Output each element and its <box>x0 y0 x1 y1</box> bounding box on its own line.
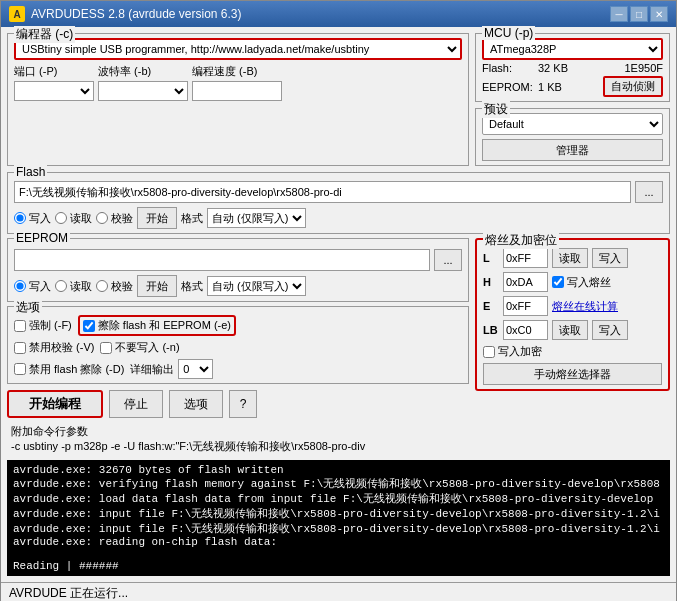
fuse-auto-select-button[interactable]: 手动熔丝选择器 <box>483 363 662 385</box>
eeprom-section-label: EEPROM <box>14 231 70 245</box>
help-button[interactable]: ? <box>229 390 257 418</box>
main-window: A AVRDUDESS 2.8 (avrdude version 6.3) ─ … <box>0 0 677 601</box>
eeprom-format-label: 格式 <box>181 279 203 294</box>
eeprom-browse-button[interactable]: ... <box>434 249 462 271</box>
fuse-lb-label: LB <box>483 324 499 336</box>
flash-read-radio-label[interactable]: 读取 <box>55 211 92 226</box>
eeprom-file-row: ... <box>14 249 462 271</box>
disable-flash-checkbox-label[interactable]: 禁用 flash 擦除 (-D) <box>14 362 124 377</box>
main-content: 编程器 (-c) USBtiny simple USB programmer, … <box>1 27 676 582</box>
programmer-label: 编程器 (-c) <box>14 26 75 43</box>
eeprom-verify-radio-label[interactable]: 校验 <box>96 279 133 294</box>
erase-checkbox-label[interactable]: 擦除 flash 和 EEPROM (-e) <box>78 315 236 336</box>
flash-file-input[interactable] <box>14 181 631 203</box>
no-write-checkbox[interactable] <box>100 342 112 354</box>
flash-section: Flash ... 写入 读取 校验 开始 <box>7 172 670 234</box>
eeprom-write-radio[interactable] <box>14 280 26 292</box>
mcu-select[interactable]: ATmega328P <box>482 38 663 60</box>
fuse-l-write-button[interactable]: 写入 <box>592 248 628 268</box>
flash-read-radio[interactable] <box>55 212 67 224</box>
write-fuse-checkbox-label[interactable]: 写入熔丝 <box>552 275 611 290</box>
manage-button[interactable]: 管理器 <box>482 139 663 161</box>
fuse-lb-read-button[interactable]: 读取 <box>552 320 588 340</box>
flash-format-select[interactable]: 自动 (仅限写入) <box>207 208 306 228</box>
minimize-button[interactable]: ─ <box>610 6 628 22</box>
terminal[interactable]: avrdude.exe: 32670 bytes of flash writte… <box>7 460 670 576</box>
fuse-lb-input[interactable] <box>503 320 548 340</box>
fuse-h-label: H <box>483 276 499 288</box>
title-bar-left: A AVRDUDESS 2.8 (avrdude version 6.3) <box>9 6 242 22</box>
fuse-l-row: L 读取 写入 <box>483 248 662 268</box>
programmer-select[interactable]: USBtiny simple USB programmer, http://ww… <box>14 38 462 60</box>
write-encrypt-label[interactable]: 写入加密 <box>483 344 542 359</box>
preset-section: 预设 Default 管理器 <box>475 108 670 166</box>
eeprom-read-radio[interactable] <box>55 280 67 292</box>
flash-controls: 写入 读取 校验 开始 格式 自动 (仅限写入) <box>14 207 663 229</box>
write-fuse-checkbox[interactable] <box>552 276 564 288</box>
fuse-e-input[interactable] <box>503 296 548 316</box>
options-row2: 禁用校验 (-V) 不要写入 (-n) <box>14 340 462 355</box>
status-bar: AVRDUDE 正在运行... <box>1 582 676 601</box>
fuse-l-read-button[interactable]: 读取 <box>552 248 588 268</box>
top-row: 编程器 (-c) USBtiny simple USB programmer, … <box>7 33 670 166</box>
bitclock-group: 编程速度 (-B) <box>192 64 282 101</box>
baud-select[interactable] <box>98 81 188 101</box>
write-encrypt-checkbox[interactable] <box>483 346 495 358</box>
auto-detect-button[interactable]: 自动侦测 <box>603 76 663 97</box>
eeprom-size: 1 KB <box>538 81 597 93</box>
mcu-section-label: MCU (-p) <box>482 26 535 40</box>
options-row1: 强制 (-F) 擦除 flash 和 EEPROM (-e) <box>14 315 462 336</box>
eeprom-read-radio-label[interactable]: 读取 <box>55 279 92 294</box>
cmd-label: 附加命令行参数 <box>11 425 88 437</box>
flash-start-button[interactable]: 开始 <box>137 207 177 229</box>
left-col: EEPROM ... 写入 读取 <box>7 238 469 418</box>
flash-size: 32 KB <box>538 62 618 74</box>
fuse-section-label: 熔丝及加密位 <box>483 232 559 249</box>
bitclock-input[interactable] <box>192 81 282 101</box>
verbose-select[interactable]: 0 <box>178 359 213 379</box>
eeprom-write-radio-label[interactable]: 写入 <box>14 279 51 294</box>
flash-write-radio[interactable] <box>14 212 26 224</box>
maximize-button[interactable]: □ <box>630 6 648 22</box>
fuse-lb-write-button[interactable]: 写入 <box>592 320 628 340</box>
programmer-section: 编程器 (-c) USBtiny simple USB programmer, … <box>7 33 469 166</box>
fuse-calc-link[interactable]: 熔丝在线计算 <box>552 299 618 314</box>
eeprom-verify-radio[interactable] <box>96 280 108 292</box>
fuse-lb-row: LB 读取 写入 <box>483 320 662 340</box>
mcu-preset-col: MCU (-p) ATmega328P Flash: 32 KB 1E950F … <box>475 33 670 166</box>
start-programming-button[interactable]: 开始编程 <box>7 390 103 418</box>
eeprom-start-button[interactable]: 开始 <box>137 275 177 297</box>
port-select[interactable] <box>14 81 94 101</box>
window-title: AVRDUDESS 2.8 (avrdude version 6.3) <box>31 7 242 21</box>
disable-verify-checkbox-label[interactable]: 禁用校验 (-V) <box>14 340 94 355</box>
bottom-buttons: 开始编程 停止 选项 ? <box>7 390 469 418</box>
fuse-l-input[interactable] <box>503 248 548 268</box>
verbose-label: 详细输出 <box>130 362 174 377</box>
middle-row: EEPROM ... 写入 读取 <box>7 238 670 418</box>
erase-checkbox[interactable] <box>83 320 95 332</box>
fuse-encrypt-row: 写入加密 <box>483 344 662 359</box>
eeprom-file-input[interactable] <box>14 249 430 271</box>
force-checkbox[interactable] <box>14 320 26 332</box>
fuse-e-label: E <box>483 300 499 312</box>
cmd-section: 附加命令行参数 -c usbtiny -p m328p -e -U flash:… <box>7 422 670 456</box>
port-row: 端口 (-P) 波特率 (-b) 编程速度 (-B) <box>14 64 462 101</box>
eeprom-section: EEPROM ... 写入 读取 <box>7 238 469 302</box>
flash-write-radio-label[interactable]: 写入 <box>14 211 51 226</box>
disable-flash-checkbox[interactable] <box>14 363 26 375</box>
close-button[interactable]: ✕ <box>650 6 668 22</box>
no-write-checkbox-label[interactable]: 不要写入 (-n) <box>100 340 179 355</box>
stop-button[interactable]: 停止 <box>109 390 163 418</box>
baud-label: 波特率 (-b) <box>98 64 188 79</box>
disable-verify-checkbox[interactable] <box>14 342 26 354</box>
port-group: 端口 (-P) <box>14 64 94 101</box>
options-button[interactable]: 选项 <box>169 390 223 418</box>
cmd-text: -c usbtiny -p m328p -e -U flash:w:"F:\无线… <box>11 439 666 454</box>
eeprom-format-select[interactable]: 自动 (仅限写入) <box>207 276 306 296</box>
force-checkbox-label[interactable]: 强制 (-F) <box>14 318 72 333</box>
flash-verify-radio[interactable] <box>96 212 108 224</box>
fuse-h-input[interactable] <box>503 272 548 292</box>
flash-browse-button[interactable]: ... <box>635 181 663 203</box>
verbose-group: 详细输出 0 <box>130 359 213 379</box>
flash-verify-radio-label[interactable]: 校验 <box>96 211 133 226</box>
